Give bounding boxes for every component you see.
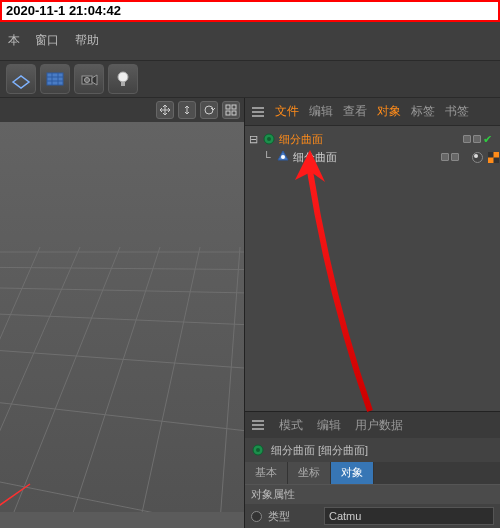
svg-rect-42 (494, 157, 500, 163)
svg-rect-12 (226, 111, 230, 115)
menu-item-help[interactable]: 帮助 (75, 33, 99, 47)
hierarchy-panel[interactable]: ⊟ 细分曲面 ✔ └ 细分曲面 (245, 126, 500, 411)
object-manager-tabs: 文件 编辑 查看 对象 标签 书签 (245, 98, 500, 126)
tool-light-button[interactable] (108, 64, 138, 94)
subdivision-surface-icon (251, 443, 265, 457)
obj-tab-coord[interactable]: 坐标 (288, 462, 331, 484)
layout-icon (225, 104, 237, 116)
hierarchy-item-parent[interactable]: ⊟ 细分曲面 ✔ (245, 130, 500, 148)
section-header-object-props: 对象属性 (245, 484, 500, 504)
visibility-dots[interactable]: ✔ (463, 133, 492, 146)
menu-item-script[interactable]: 本 (8, 33, 20, 47)
svg-point-6 (85, 78, 90, 83)
right-column: 文件 编辑 查看 对象 标签 书签 ⊟ 细分曲面 ✔ (245, 98, 500, 528)
editor-visibility-dot[interactable] (463, 135, 471, 143)
menu-bar: 本 窗口 帮助 (0, 22, 500, 60)
panel-menu-icon[interactable] (251, 418, 265, 432)
svg-point-9 (205, 106, 213, 114)
obj-tab-basic[interactable]: 基本 (245, 462, 288, 484)
svg-point-35 (267, 137, 271, 141)
subdivision-surface-icon (276, 150, 290, 164)
texture-tag-icon[interactable] (487, 151, 500, 164)
visibility-dots[interactable] (441, 153, 459, 161)
svg-point-38 (473, 152, 483, 162)
svg-rect-8 (121, 82, 125, 86)
expand-toggle[interactable]: ⊟ (247, 133, 259, 146)
main-row: 文件 编辑 查看 对象 标签 书签 ⊟ 细分曲面 ✔ (0, 98, 500, 528)
viewport-grid (0, 122, 244, 512)
viewport-pan-button[interactable] (156, 101, 174, 119)
tree-branch-icon: └ (261, 151, 273, 163)
svg-point-37 (281, 155, 285, 159)
svg-rect-13 (232, 111, 236, 115)
tab-object[interactable]: 对象 (377, 103, 401, 120)
lightbulb-icon (112, 68, 134, 90)
attrib-tab-userdata[interactable]: 用户数据 (355, 417, 403, 434)
timestamp-bar: 2020-11-1 21:04:42 (0, 0, 500, 22)
object-tags (471, 151, 500, 164)
svg-point-39 (474, 154, 478, 158)
type-dropdown[interactable]: Catmu (324, 507, 494, 525)
tab-bookmark[interactable]: 书签 (445, 103, 469, 120)
panel-menu-icon[interactable] (251, 105, 265, 119)
prop-radio-icon[interactable] (251, 511, 262, 522)
camera-icon (78, 68, 100, 90)
tool-camera-button[interactable] (74, 64, 104, 94)
tool-sky-button[interactable] (40, 64, 70, 94)
move-icon (159, 104, 171, 116)
svg-rect-31 (252, 107, 264, 109)
svg-rect-41 (488, 152, 494, 158)
hierarchy-item-name[interactable]: 细分曲面 (279, 132, 323, 147)
svg-rect-14 (0, 122, 244, 512)
tab-edit[interactable]: 编辑 (309, 103, 333, 120)
svg-rect-33 (252, 115, 264, 117)
rotate-icon (203, 104, 215, 116)
attribute-tabs: 模式 编辑 用户数据 (245, 412, 500, 438)
tab-tag[interactable]: 标签 (411, 103, 435, 120)
render-visibility-dot[interactable] (451, 153, 459, 161)
svg-point-48 (256, 448, 260, 452)
editor-visibility-dot[interactable] (441, 153, 449, 161)
tool-floor-button[interactable] (6, 64, 36, 94)
annotation-arrow (285, 146, 405, 426)
svg-rect-0 (47, 73, 63, 85)
svg-rect-32 (252, 111, 264, 113)
svg-point-7 (118, 72, 128, 82)
viewport-zoom-button[interactable] (178, 101, 196, 119)
tab-view[interactable]: 查看 (343, 103, 367, 120)
attribute-panel: 模式 编辑 用户数据 细分曲面 [细分曲面] 基本 坐标 对象 对象属性 类型 (245, 411, 500, 528)
enable-check-icon[interactable]: ✔ (483, 133, 492, 146)
hierarchy-item-child[interactable]: └ 细分曲面 (245, 148, 500, 166)
zoom-icon (181, 104, 193, 116)
attrib-tab-mode[interactable]: 模式 (279, 417, 303, 434)
object-label-text: 细分曲面 [细分曲面] (271, 443, 368, 458)
svg-rect-11 (232, 105, 236, 109)
hierarchy-item-name[interactable]: 细分曲面 (293, 150, 337, 165)
svg-rect-44 (252, 420, 264, 422)
viewport-layout-button[interactable] (222, 101, 240, 119)
menu-item-window[interactable]: 窗口 (35, 33, 59, 47)
prop-label-type: 类型 (268, 509, 318, 524)
toolbar (0, 60, 500, 98)
obj-tab-object[interactable]: 对象 (331, 462, 374, 484)
viewport-column (0, 98, 245, 528)
phong-tag-icon[interactable] (471, 151, 484, 164)
object-label-row: 细分曲面 [细分曲面] (245, 438, 500, 462)
floor-icon (10, 68, 32, 90)
svg-rect-45 (252, 424, 264, 426)
attrib-tab-edit[interactable]: 编辑 (317, 417, 341, 434)
obj-subtabs: 基本 坐标 对象 (245, 462, 500, 484)
viewport-rotate-button[interactable] (200, 101, 218, 119)
viewport-3d[interactable] (0, 122, 244, 528)
grid-sphere-icon (44, 68, 66, 90)
svg-rect-10 (226, 105, 230, 109)
render-visibility-dot[interactable] (473, 135, 481, 143)
prop-row-type: 类型 Catmu (245, 504, 500, 528)
tab-file[interactable]: 文件 (275, 103, 299, 120)
viewport-controls (0, 98, 244, 122)
svg-rect-46 (252, 428, 264, 430)
subdivision-surface-icon (262, 132, 276, 146)
app-shell: 本 窗口 帮助 (0, 22, 500, 528)
